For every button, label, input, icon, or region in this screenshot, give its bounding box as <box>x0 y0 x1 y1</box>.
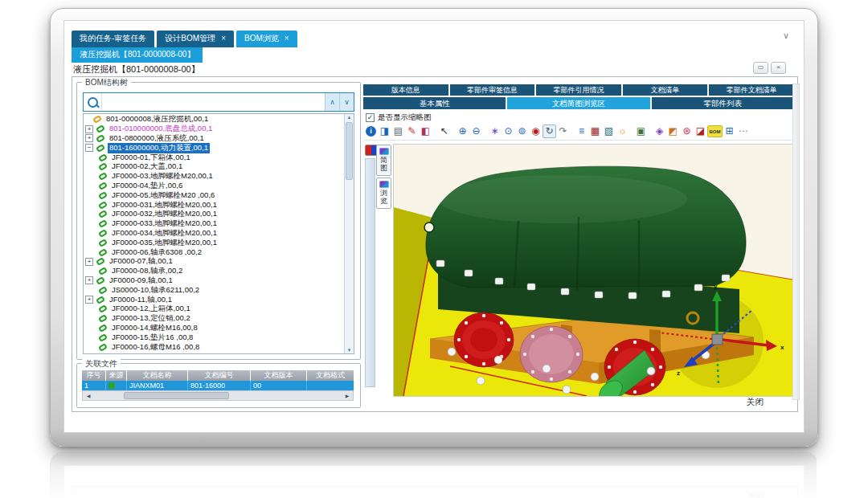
expand-icon[interactable]: + <box>85 258 93 266</box>
doc-preview-icon[interactable]: ◨ <box>378 124 391 138</box>
info-icon[interactable]: i <box>366 126 376 137</box>
snapshot-icon[interactable]: ▣ <box>634 124 648 138</box>
tree-item[interactable]: JF0000-04,垫片,00,6 <box>84 182 345 191</box>
tree-item[interactable]: JF0000-03,地脚螺栓M20,00,1 <box>84 172 345 182</box>
tab-基本属性[interactable]: 基本属性 <box>363 97 506 109</box>
link-icon <box>98 229 108 238</box>
markup-brush-icon[interactable]: ◧ <box>419 124 432 138</box>
print-icon[interactable]: ▤ <box>391 124 405 138</box>
restore-button[interactable]: ▭ <box>753 62 768 74</box>
tree-item[interactable]: JF0000-031,地脚螺栓M20,00,1 <box>84 200 345 210</box>
layers-icon[interactable]: ≡ <box>575 124 588 138</box>
pan-icon[interactable]: ↷ <box>556 124 570 138</box>
tree-item[interactable]: JF0000-12,上箱体,00,1 <box>84 304 345 314</box>
zoom-in-icon[interactable]: ⊕ <box>456 124 469 138</box>
tree-item[interactable]: JF0000-033,地脚螺栓M20,00,1 <box>84 219 345 229</box>
table-header-cell: 文档编号 <box>188 370 251 381</box>
tree-item[interactable]: +JF0000-09,轴,00,1 <box>84 276 345 286</box>
tree-item[interactable]: JS0000-10,轴承6211,00,2 <box>84 285 345 295</box>
scroll-up-icon[interactable]: ▲ <box>345 115 354 120</box>
scrollbar-thumb[interactable] <box>346 122 353 180</box>
tab-零部件审签信息[interactable]: 零部件审签信息 <box>450 84 535 96</box>
edit-pen-icon[interactable]: ✎ <box>405 124 419 138</box>
scroll-left-icon[interactable]: ◀ <box>83 393 94 398</box>
compare-icon[interactable]: ⊛ <box>680 124 694 138</box>
table-header-cell: 文档格式 <box>307 370 354 381</box>
tab-零部件文档清单[interactable]: 零部件文档清单 <box>709 84 794 96</box>
search-next-button[interactable]: ∨ <box>339 93 354 111</box>
tree-item[interactable]: JF0000-14,螺栓M16,00,8 <box>84 324 345 333</box>
related-files-table: 序号来源文档名称文档编号文档版本文档格式 1JIANXM01801-160000… <box>82 370 354 401</box>
tab-零部件引用情况[interactable]: 零部件引用情况 <box>536 84 621 96</box>
zoom-out-icon[interactable]: ⊖ <box>469 124 483 138</box>
tree-item[interactable]: 801-0000008,液压挖掘机,00,1 <box>84 115 345 124</box>
more-tools-icon[interactable]: ⋯ <box>736 124 750 138</box>
search-input[interactable] <box>102 93 325 111</box>
tree-item[interactable]: JF0000-035,地脚螺栓M20,00,1 <box>84 238 345 247</box>
tab-close-icon[interactable]: × <box>221 35 226 42</box>
expand-icon[interactable]: + <box>85 125 93 133</box>
tree-item[interactable]: JF0000-08,轴承,00,2 <box>84 267 345 276</box>
window-tab[interactable]: 我的任务-审签任务 <box>72 31 154 47</box>
tab-文档简图浏览区[interactable]: 文档简图浏览区 <box>507 97 649 109</box>
tree-item[interactable]: JF0000-16,螺母M16 ,00,8 <box>84 342 345 352</box>
collapse-icon[interactable]: − <box>85 144 93 152</box>
tree-item[interactable]: +801-0800000,液压系统,00,1 <box>84 134 345 144</box>
bom-icon[interactable]: BOM <box>707 125 723 137</box>
tree-item[interactable]: −801-16000000,动力装置,00,1 <box>84 143 345 153</box>
tree-item[interactable]: +801-010000000,底盘总成,00,1 <box>84 124 345 134</box>
dynamic-zoom-icon[interactable]: ⊚ <box>515 124 529 138</box>
screen-view-icon[interactable]: ⊞ <box>723 124 736 138</box>
tree-item[interactable]: JF0000-05,地脚螺栓M20 ,00,6 <box>84 190 345 200</box>
link-icon <box>98 162 108 171</box>
rotate-view-icon[interactable]: ↻ <box>542 124 556 138</box>
table-hscrollbar[interactable]: ◀ ▶ <box>82 390 354 401</box>
search-button[interactable] <box>84 93 102 111</box>
annotate-icon[interactable]: ◩ <box>666 124 680 138</box>
tree-item[interactable]: +JF0000-07,轴,00,1 <box>84 257 345 267</box>
close-link[interactable]: 关闭 <box>747 397 764 408</box>
search-prev-button[interactable]: ∧ <box>325 93 339 111</box>
zoom-window-icon[interactable]: ⊙ <box>502 124 515 138</box>
tree-item[interactable]: JF0000-06,轴承6308 ,00,2 <box>84 247 345 257</box>
model-viewport[interactable]: y x z <box>393 144 793 397</box>
tree-item[interactable]: JF0000-15,垫片16 ,00,8 <box>84 333 345 342</box>
close-button[interactable]: × <box>771 62 786 74</box>
tree-item[interactable]: JF0000-01,下箱体,00,1 <box>84 153 345 162</box>
expand-icon[interactable]: + <box>85 276 93 284</box>
collapsed-splitter[interactable] <box>365 158 375 387</box>
expand-icon[interactable]: + <box>85 134 93 142</box>
scroll-down-icon[interactable]: ▼ <box>345 348 354 353</box>
explode-icon[interactable]: ◈ <box>653 124 666 138</box>
hscroll-thumb[interactable] <box>124 392 229 399</box>
fit-view-icon[interactable]: ∗ <box>488 124 502 138</box>
tree-item[interactable]: JF0000-13,定位销,00,2 <box>84 314 345 324</box>
tab-零部件列表[interactable]: 零部件列表 <box>652 97 794 109</box>
window-tab[interactable]: 设计BOM管理× <box>157 31 234 47</box>
scroll-right-icon[interactable]: ▶ <box>342 393 353 398</box>
tree-item[interactable]: JF0000-02,大盖,00,1 <box>84 162 345 172</box>
tree-item[interactable]: +JF0000-11,轴,00,1 <box>84 295 345 304</box>
rotate-target-icon[interactable]: ◉ <box>529 124 542 138</box>
expand-icon[interactable]: + <box>85 296 93 304</box>
side-tab-简图[interactable]: 简图 <box>376 145 391 176</box>
table-row[interactable]: 1JIANXM01801-1600000 <box>82 381 354 390</box>
select-cursor-icon[interactable]: ↖ <box>437 124 451 138</box>
side-tab-浏览[interactable]: 浏览 <box>376 178 391 209</box>
document-tab[interactable]: 液压挖掘机【801-0000008-00】 <box>72 47 203 63</box>
tab-版本信息[interactable]: 版本信息 <box>363 84 448 96</box>
thumbnail-checkbox[interactable]: ✓ <box>366 113 375 122</box>
tree-scrollbar[interactable]: ▲ ▼ <box>344 114 354 353</box>
light-icon[interactable]: ☼ <box>616 124 629 138</box>
tree-item[interactable]: JF0000-032,地脚螺栓M20,00,1 <box>84 210 345 219</box>
section-table-icon[interactable]: ▦ <box>588 124 602 138</box>
chevron-down-icon[interactable]: ∨ <box>783 31 789 41</box>
window-tab[interactable]: BOM浏览× <box>236 31 297 47</box>
window-tab-label: 设计BOM管理 <box>165 33 215 44</box>
tree-item[interactable]: JF0000-034,地脚螺栓M20,00,1 <box>84 229 345 239</box>
tab-文档清单[interactable]: 文档清单 <box>623 84 708 96</box>
hscroll-track[interactable] <box>94 391 342 400</box>
render-mode-icon[interactable]: ▧ <box>602 124 616 138</box>
tab-close-icon[interactable]: × <box>285 35 289 42</box>
measure-icon[interactable]: ◪ <box>694 124 707 138</box>
